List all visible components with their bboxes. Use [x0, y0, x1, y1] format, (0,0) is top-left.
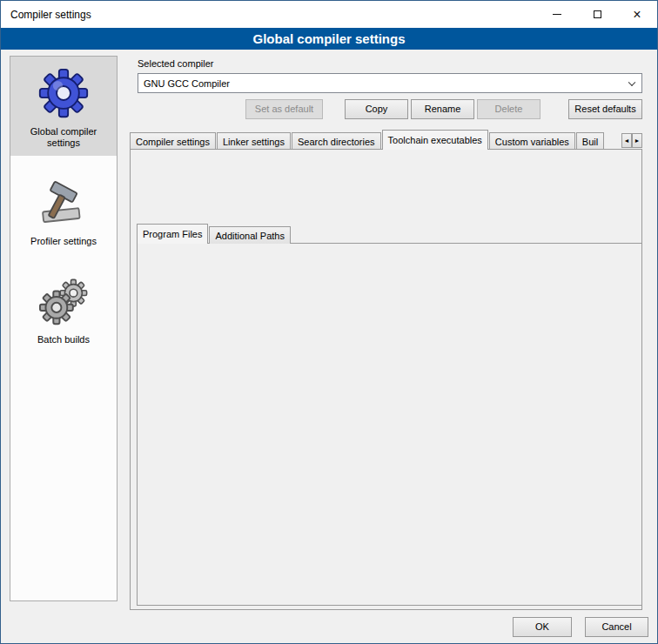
program-files-tab-page — [137, 243, 642, 606]
maximize-icon — [594, 10, 601, 18]
maximize-button[interactable] — [577, 1, 617, 28]
window-controls: × — [537, 1, 657, 28]
delete-button[interactable]: Delete — [477, 99, 540, 119]
sidebar-item-label: Batch builds — [37, 334, 90, 345]
tab-scroll-left-button[interactable]: ◄ — [621, 133, 632, 148]
tab-compiler-settings[interactable]: Compiler settings — [130, 132, 216, 150]
selected-compiler-label: Selected compiler — [138, 58, 213, 69]
tab-search-directories[interactable]: Search directories — [292, 132, 381, 150]
arrow-left-icon: ◄ — [624, 138, 630, 144]
settings-tabstrip: Compiler settings Linker settings Search… — [130, 130, 622, 150]
cancel-button[interactable]: Cancel — [585, 617, 648, 637]
dialog-header: Global compiler settings — [1, 28, 657, 50]
rename-button[interactable]: Rename — [411, 99, 474, 119]
sidebar-item-label: Profiler settings — [30, 236, 97, 247]
hammer-tool-icon — [38, 178, 89, 229]
selected-compiler-combobox[interactable]: GNU GCC Compiler — [138, 73, 642, 93]
window-title: Compiler settings — [10, 9, 91, 21]
ok-button[interactable]: OK — [513, 617, 572, 637]
titlebar[interactable]: Compiler settings × — [1, 1, 657, 28]
settings-category-list: Global compiler settings Profiler settin… — [10, 56, 118, 601]
compiler-settings-window: Compiler settings × Global compiler sett… — [0, 0, 658, 644]
close-icon: × — [633, 7, 641, 23]
close-button[interactable]: × — [617, 1, 657, 28]
copy-button[interactable]: Copy — [345, 99, 408, 119]
set-as-default-button[interactable]: Set as default — [245, 99, 323, 119]
minimize-button[interactable] — [537, 1, 577, 28]
tab-scroll-controls: ◄ ► — [621, 133, 642, 148]
program-files-tabstrip: Program Files Additional Paths — [137, 225, 292, 244]
reset-defaults-button[interactable]: Reset defaults — [568, 99, 642, 119]
chevron-down-icon — [628, 78, 635, 85]
tab-linker-settings[interactable]: Linker settings — [217, 132, 291, 150]
subtab-additional-paths[interactable]: Additional Paths — [209, 226, 291, 244]
gears-icon — [38, 277, 89, 327]
selected-compiler-value: GNU GCC Compiler — [144, 78, 230, 89]
sidebar-item-label: Global compiler settings — [13, 126, 114, 149]
tab-scroll-right-button[interactable]: ► — [632, 133, 642, 148]
tab-toolchain-executables[interactable]: Toolchain executables — [382, 130, 488, 150]
tab-build-options[interactable]: Buil — [576, 132, 604, 150]
arrow-right-icon: ► — [634, 138, 641, 144]
sidebar-item-batch-builds[interactable]: Batch builds — [10, 266, 117, 352]
sidebar-item-global-compiler-settings[interactable]: Global compiler settings — [10, 57, 117, 156]
subtab-program-files[interactable]: Program Files — [137, 224, 208, 244]
sidebar-item-profiler-settings[interactable]: Profiler settings — [10, 168, 117, 254]
dialog-header-title: Global compiler settings — [252, 31, 405, 46]
minimize-icon — [553, 14, 561, 15]
tab-custom-variables[interactable]: Custom variables — [489, 132, 575, 150]
gear-icon — [37, 67, 90, 119]
